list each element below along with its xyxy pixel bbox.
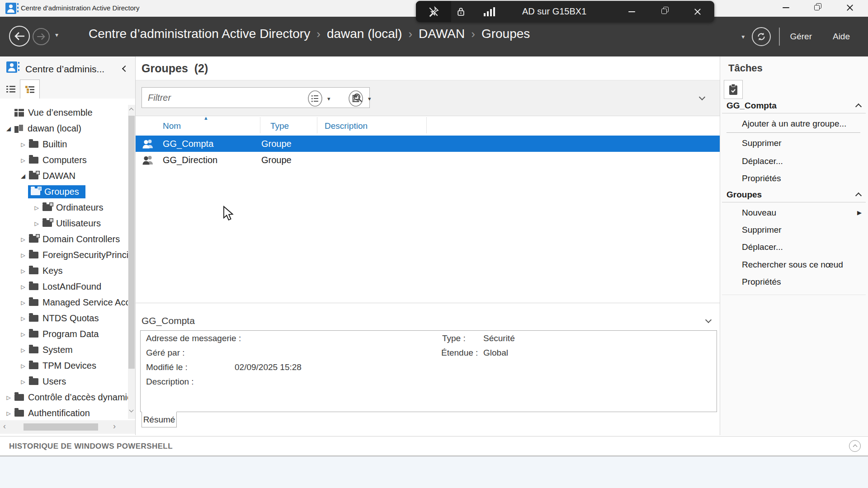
forward-button[interactable] — [33, 28, 50, 45]
scroll-down-icon[interactable] — [129, 408, 134, 413]
column-header-description[interactable]: Description — [325, 121, 368, 131]
expander-collapsed-icon[interactable]: ▷ — [17, 141, 29, 148]
scrollbar-thumb[interactable] — [24, 423, 98, 431]
task-rechercher-noeud[interactable]: Rechercher sous ce nœud — [742, 260, 843, 270]
collapse-list-chevron-icon[interactable] — [699, 94, 705, 100]
breadcrumb-root[interactable]: Centre d’administration Active Directory — [89, 27, 310, 41]
rdp-minimize-button[interactable] — [622, 1, 642, 22]
back-button[interactable] — [9, 26, 30, 47]
task-supprimer[interactable]: Supprimer — [742, 138, 782, 148]
sidebar-app-icon — [6, 61, 17, 73]
scroll-up-icon[interactable] — [129, 108, 134, 113]
tree-item-users[interactable]: ▷Users — [0, 374, 136, 389]
nav-dropdown-caret[interactable]: ▾ — [55, 31, 58, 38]
column-separator[interactable] — [260, 117, 260, 133]
tree-item-foreignsecurityprincipals[interactable]: ▷ForeignSecurityPrincip — [0, 247, 136, 263]
task-section-groupes[interactable]: Groupes — [726, 190, 762, 200]
section-collapse-icon[interactable] — [855, 192, 862, 199]
tree-item-dawan-local[interactable]: ◢dawan (local) — [0, 121, 136, 136]
expander-expanded-icon[interactable]: ◢ — [17, 173, 29, 179]
expander-expanded-icon[interactable]: ◢ — [3, 125, 14, 132]
refresh-button[interactable] — [752, 27, 771, 46]
window-minimize-button[interactable] — [774, 0, 797, 15]
tree-item-computers[interactable]: ▷Computers — [0, 152, 136, 168]
expander-collapsed-icon[interactable]: ▷ — [3, 394, 14, 401]
expander-collapsed-icon[interactable]: ▷ — [17, 252, 29, 258]
manage-menu[interactable]: Gérer — [790, 32, 812, 42]
group-row-gg-compta[interactable]: GG_Compta Groupe — [136, 136, 720, 152]
tree-item-domain-controllers[interactable]: ▷Domain Controllers — [0, 231, 136, 247]
expander-collapsed-icon[interactable]: ▷ — [17, 236, 29, 243]
tab-tree-view[interactable] — [20, 80, 40, 99]
expander-collapsed-icon[interactable]: ▷ — [3, 410, 14, 417]
tree-item-ntds-quotas[interactable]: ▷NTDS Quotas — [0, 310, 136, 326]
tree-item-dawan-ou[interactable]: ◢DAWAN — [0, 168, 136, 184]
tree-item-utilisateurs[interactable]: ▷Utilisateurs — [0, 216, 136, 231]
task-supprimer-groupes[interactable]: Supprimer — [742, 225, 782, 235]
rdp-restore-button[interactable] — [655, 1, 675, 22]
section-collapse-icon[interactable] — [855, 103, 862, 110]
filter-input[interactable] — [142, 87, 370, 108]
task-ajouter-autre-groupe[interactable]: Ajouter à un autre groupe... — [742, 119, 846, 129]
scroll-left-icon[interactable]: ‹ — [3, 422, 6, 431]
scrollbar-thumb[interactable] — [128, 116, 135, 369]
rdp-pin-button[interactable] — [416, 1, 451, 22]
expander-collapsed-icon[interactable]: ▷ — [31, 221, 42, 227]
tree-item-vue-densemble[interactable]: Vue d’ensemble — [0, 105, 136, 121]
expander-collapsed-icon[interactable]: ▷ — [17, 284, 29, 290]
column-separator[interactable] — [317, 117, 317, 133]
tree-item-groupes-selected[interactable]: Groupes — [0, 184, 136, 200]
help-menu[interactable]: Aide — [833, 32, 850, 42]
expander-collapsed-icon[interactable]: ▷ — [17, 268, 29, 274]
tree-item-keys[interactable]: ▷Keys — [0, 263, 136, 279]
tree-item-program-data[interactable]: ▷Program Data — [0, 326, 136, 342]
expander-collapsed-icon[interactable]: ▷ — [31, 205, 42, 211]
window-restore-button[interactable] — [806, 0, 829, 15]
tree-item-lostandfound[interactable]: ▷LostAndFound — [0, 279, 136, 295]
tab-list-view[interactable] — [1, 80, 21, 99]
window-close-button[interactable] — [838, 0, 862, 15]
tree-item-controle-acces-dynamique[interactable]: ▷Contrôle d’accès dynamic — [0, 389, 136, 405]
details-collapse-chevron-icon[interactable] — [705, 317, 712, 323]
tree-item-managed-service-accounts[interactable]: ▷Managed Service Acco — [0, 295, 136, 310]
expander-collapsed-icon[interactable]: ▷ — [17, 347, 29, 353]
tree-item-builtin[interactable]: ▷Builtin — [0, 136, 136, 152]
breadcrumb-ou[interactable]: DAWAN — [419, 27, 465, 41]
task-nouveau[interactable]: Nouveau — [742, 208, 776, 218]
expander-collapsed-icon[interactable]: ▷ — [17, 331, 29, 338]
task-section-gg-compta[interactable]: GG_Compta — [726, 101, 777, 111]
expander-collapsed-icon[interactable]: ▷ — [17, 315, 29, 322]
expander-collapsed-icon[interactable]: ▷ — [17, 157, 29, 164]
tasks-tab-button[interactable] — [724, 80, 743, 99]
tab-resume[interactable]: Résumé — [142, 412, 177, 427]
save-query-button[interactable] — [347, 90, 364, 107]
tree-horizontal-scrollbar[interactable]: ‹ › — [0, 420, 136, 434]
breadcrumb-current[interactable]: Groupes — [481, 27, 530, 41]
scroll-right-icon[interactable]: › — [113, 422, 116, 431]
breadcrumb-domain[interactable]: dawan (local) — [327, 27, 402, 41]
expand-powershell-button[interactable] — [849, 440, 861, 452]
column-separator[interactable] — [426, 117, 427, 133]
save-dropdown-caret[interactable]: ▾ — [368, 95, 371, 102]
column-header-type[interactable]: Type — [270, 121, 289, 131]
expander-collapsed-icon[interactable]: ▷ — [17, 300, 29, 306]
group-row-gg-direction[interactable]: GG_Direction Groupe — [136, 152, 720, 168]
tree-item-ordinateurs[interactable]: ▷Ordinateurs — [0, 200, 136, 216]
sort-ascending-icon[interactable]: ▲ — [203, 115, 208, 121]
tree-item-system[interactable]: ▷System — [0, 342, 136, 358]
collapse-sidebar-icon[interactable] — [122, 66, 128, 72]
columns-view-button[interactable] — [307, 90, 324, 107]
task-deplacer[interactable]: Déplacer... — [742, 156, 783, 166]
rdp-close-button[interactable] — [688, 1, 708, 22]
view-dropdown-caret[interactable]: ▾ — [327, 95, 330, 102]
task-proprietes[interactable]: Propriétés — [742, 174, 781, 183]
refresh-dropdown-caret[interactable]: ▾ — [741, 33, 745, 40]
task-deplacer-groupes[interactable]: Déplacer... — [742, 242, 783, 252]
task-proprietes-groupes[interactable]: Propriétés — [742, 277, 781, 287]
column-header-nom[interactable]: Nom — [163, 121, 181, 131]
tree-item-tpm-devices[interactable]: ▷TPM Devices — [0, 358, 136, 374]
tree-item-authentification[interactable]: ▷Authentification — [0, 405, 136, 421]
expander-collapsed-icon[interactable]: ▷ — [17, 363, 29, 369]
tree-vertical-scrollbar[interactable] — [128, 105, 135, 419]
expander-collapsed-icon[interactable]: ▷ — [17, 379, 29, 385]
